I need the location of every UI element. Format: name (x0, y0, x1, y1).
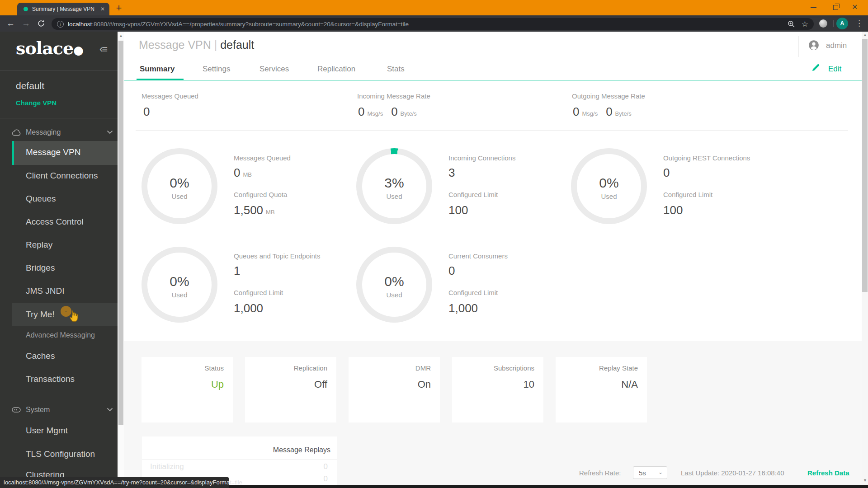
messages-queued-label: Messages Queued (142, 92, 198, 100)
card-divider (142, 459, 337, 460)
window-restore-button-back (835, 4, 840, 8)
gauge-title: Queues and Topic Endpoints (234, 252, 321, 260)
gauge-limit-label: Configured Limit (234, 289, 283, 296)
gauge-used-label: Used (356, 291, 432, 299)
tile-value: N/A (621, 379, 638, 390)
reload-icon[interactable] (37, 19, 45, 28)
gauge-limit-value: 1,000 (234, 301, 263, 315)
gauge-limit-value: 1,000 (448, 301, 478, 315)
header-divider (798, 36, 799, 57)
incoming-rate-values: 0 Msg/s 0 Byte/s (358, 105, 417, 119)
section-divider (136, 130, 848, 131)
replay-row-value: 0 (324, 474, 328, 483)
tile-label: Subscriptions (494, 364, 534, 372)
gauge-percent: 0% (356, 274, 432, 289)
sidebar-item-queues[interactable]: Queues (0, 193, 118, 206)
tab-replication[interactable]: Replication (317, 65, 355, 74)
tab-close-icon[interactable]: ✕ (100, 6, 105, 12)
scrollbar-up-arrow[interactable]: ▲ (119, 33, 123, 38)
gauge-title: Messages Queued (234, 154, 291, 162)
logo-dot: ● (73, 43, 83, 57)
replication-tile: Replication Off (245, 357, 336, 422)
tab-stats[interactable]: Stats (387, 65, 405, 74)
edit-pencil-icon[interactable] (811, 63, 820, 72)
bookmark-star-icon[interactable]: ☆ (802, 19, 808, 29)
gauge-limit-label: Configured Limit (448, 289, 498, 296)
sidebar-item-replay[interactable]: Replay (0, 239, 118, 252)
sidebar-divider (0, 70, 118, 71)
sidebar-scrollbar-thumb[interactable] (118, 41, 123, 425)
chevron-down-icon (107, 130, 113, 134)
refresh-data-button[interactable]: Refresh Data (807, 469, 849, 477)
cloud-icon (12, 128, 22, 136)
gauge-title: Current Consumers (448, 252, 508, 260)
incoming-rate-label: Incoming Message Rate (357, 92, 430, 100)
sidebar-item-tls-configuration[interactable]: TLS Configuration (0, 448, 118, 461)
status-tile: Status Up (142, 357, 233, 422)
sidebar-item-message-vpn[interactable]: Message VPN (0, 146, 118, 159)
gauge-value: 0 (663, 166, 670, 180)
gauge-title: Incoming Connections (448, 154, 515, 162)
replay-row-value: 0 (324, 462, 328, 471)
tab-settings[interactable]: Settings (203, 65, 230, 74)
sidebar-item-try-me[interactable]: Try Me! (0, 309, 118, 321)
url-text: localhost:8080/#/msg-vpns/ZGVmYXVsdA==/p… (68, 21, 781, 28)
forward-icon[interactable]: → (22, 19, 30, 28)
outgoing-rate-values: 0 Msg/s 0 Byte/s (573, 105, 632, 119)
edit-button[interactable]: Edit (828, 65, 841, 74)
gauge-used-label: Used (142, 192, 217, 200)
gauge-used-label: Used (142, 291, 217, 299)
extension-icon[interactable] (819, 19, 827, 28)
sidebar-divider (0, 118, 118, 118)
sidebar-item-access-control[interactable]: Access Control (0, 216, 118, 229)
gauge-percent: 3% (356, 175, 432, 191)
tile-label: Status (204, 364, 224, 372)
new-tab-button[interactable]: + (113, 2, 125, 14)
scrollbar-up-arrow[interactable]: ▲ (863, 33, 867, 37)
site-info-icon[interactable]: i (57, 21, 64, 28)
solace-logo: solace● (16, 38, 83, 58)
change-vpn-link[interactable]: Change VPN (16, 99, 57, 107)
browser-menu-icon[interactable]: ⋮ (855, 19, 863, 28)
sidebar-item-advanced-messaging[interactable]: Advanced Messaging (0, 330, 118, 343)
url-bar[interactable]: i localhost:8080/#/msg-vpns/ZGVmYXVsdA==… (52, 18, 814, 30)
replay-state-tile: Replay State N/A (556, 357, 647, 422)
sidebar-item-client-connections[interactable]: Client Connections (0, 170, 118, 183)
gauge-limit-value: 100 (448, 203, 468, 217)
last-update-text: Last Update: 2020-01-27 16:08:40 (681, 469, 784, 477)
sidebar-item-user-mgmt[interactable]: User Mgmt (0, 425, 118, 437)
sidebar-item-jms-jndi[interactable]: JMS JNDI (0, 285, 118, 298)
zoom-page-icon[interactable] (788, 20, 795, 28)
logged-in-user[interactable]: admin (826, 41, 847, 50)
gauge-limit-value: 1,500MB (234, 203, 275, 217)
tabs-bottom-line (124, 80, 862, 80)
gauge-limit-label: Configured Quota (234, 191, 287, 198)
browser-profile-avatar[interactable]: A (836, 18, 848, 29)
main-scrollbar-thumb[interactable] (862, 39, 868, 292)
sidebar-item-caches[interactable]: Caches (0, 350, 118, 363)
refresh-rate-select[interactable]: 5s ⌄ (633, 466, 667, 479)
tab-services[interactable]: Services (259, 65, 289, 74)
browser-tab[interactable]: Summary | Message VPN ✕ (17, 3, 109, 15)
back-icon[interactable]: ← (6, 19, 15, 28)
user-avatar-icon[interactable] (808, 39, 820, 51)
chevron-down-icon: ⌄ (658, 469, 663, 475)
sidebar-section-system[interactable]: System (0, 404, 118, 417)
scrollbar-down-arrow[interactable]: ▼ (863, 478, 867, 483)
tile-value: Up (211, 379, 224, 390)
gauge-value: 0 (448, 264, 455, 278)
gauge-used-label: Used (356, 192, 432, 200)
gauge-used-label: Used (571, 192, 647, 200)
tab-summary[interactable]: Summary (140, 65, 175, 74)
sidebar-section-messaging[interactable]: Messaging (0, 126, 118, 140)
sidebar-collapse-icon[interactable]: ‹≡ (99, 43, 107, 55)
tile-label: Replay State (599, 364, 638, 372)
window-close-button[interactable]: ✕ (852, 3, 858, 11)
sidebar-item-bridges[interactable]: Bridges (0, 262, 118, 275)
sidebar-item-transactions[interactable]: Transactions (0, 373, 118, 386)
gauge-percent: 0% (571, 175, 647, 191)
window-minimize-button[interactable] (811, 7, 816, 8)
outgoing-rate-label: Outgoing Message Rate (572, 92, 645, 100)
subscriptions-tile: Subscriptions 10 (452, 357, 543, 422)
tab-title: Summary | Message VPN (32, 6, 98, 12)
